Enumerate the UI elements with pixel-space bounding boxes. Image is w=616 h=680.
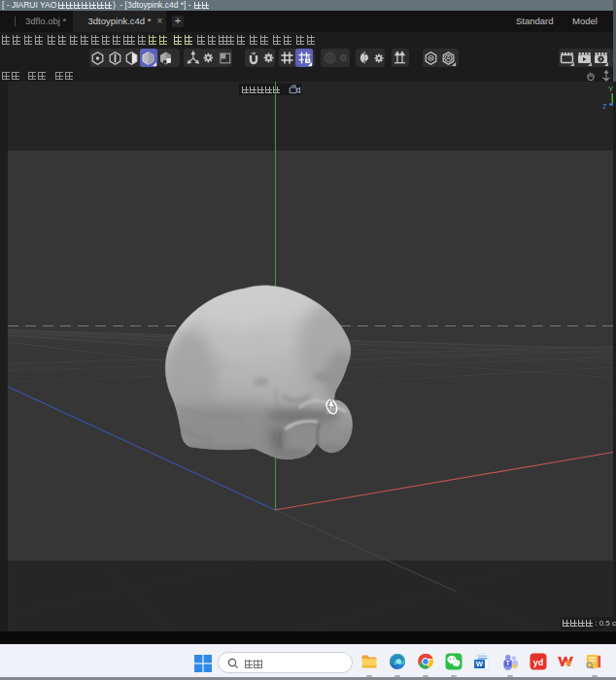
svg-text:Y: Y	[608, 85, 614, 93]
svg-text:z: z	[602, 101, 607, 111]
svg-text:W: W	[476, 660, 484, 668]
svg-text:yd: yd	[533, 658, 544, 667]
svg-text:T: T	[506, 660, 510, 666]
svg-text:A: A	[446, 54, 451, 61]
